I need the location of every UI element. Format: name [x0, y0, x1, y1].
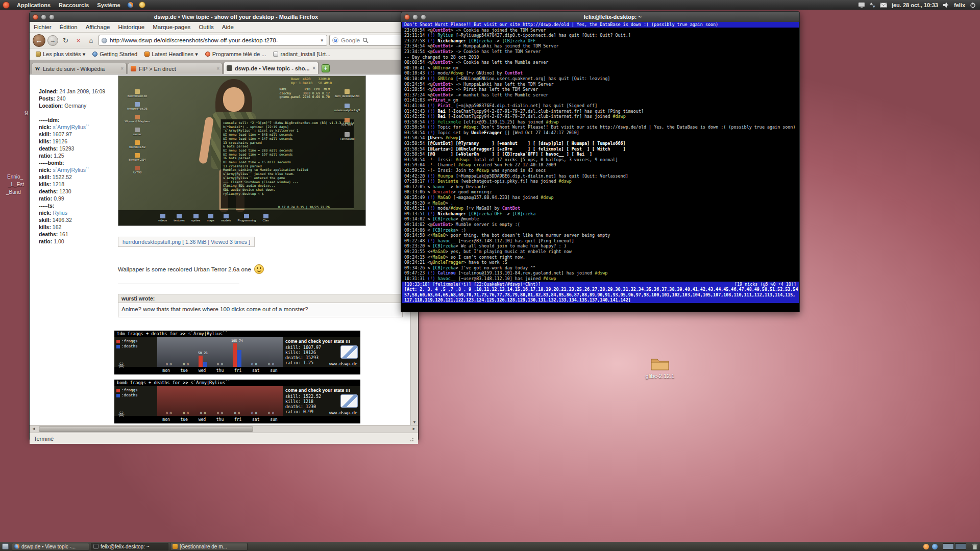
firefox-launcher-icon[interactable] — [127, 2, 134, 8]
bookmark-programme-tele[interactable]: Programme télé de ... — [202, 50, 270, 58]
scrollbar-thumb[interactable] — [39, 427, 253, 432]
close-button[interactable] — [33, 14, 38, 20]
help-launcher-icon[interactable] — [139, 2, 145, 8]
console-line: 6 bots parsed — [223, 144, 352, 148]
profile-row: Location: Germany — [39, 102, 116, 109]
taskbar-button-update-manager[interactable]: [Gestionnaire de m... — [170, 543, 248, 550]
mini-desktop-icon: com_desktop2.zip — [331, 89, 363, 97]
url-input[interactable]: http://www.dswp.de/old/screenshots/show-… — [99, 35, 327, 46]
new-tab-button[interactable]: + — [322, 64, 330, 72]
menu-historique[interactable]: Historique — [114, 23, 149, 31]
forward-button[interactable]: → — [47, 35, 58, 46]
url-dropdown-button[interactable]: ▾ — [320, 38, 324, 43]
menu-applications[interactable]: Applications — [13, 1, 55, 9]
dock-icon: sprites — [191, 214, 201, 222]
dock-icon: maps — [207, 214, 214, 222]
attachment-link[interactable]: hurrdurrdesktopstuff.png [ 1.36 MiB | Vi… — [118, 237, 255, 247]
close-tab-icon[interactable]: × — [216, 66, 219, 71]
bookmark-radiant-install[interactable]: radiant_install [Urt... — [270, 50, 333, 58]
display-icon[interactable] — [858, 2, 865, 8]
volume-icon[interactable] — [943, 2, 949, 8]
stop-button[interactable]: × — [73, 35, 84, 46]
scroll-right-icon[interactable]: ► — [410, 427, 418, 431]
scroll-down-icon[interactable]: ▼ — [411, 420, 418, 424]
menu-systeme[interactable]: Système — [93, 1, 124, 9]
minimize-button[interactable] — [41, 14, 46, 20]
taskbar-button-terminal[interactable]: felix@felix-desktop: ~ — [91, 543, 168, 550]
sync-arrows-icon[interactable] — [870, 2, 875, 8]
irc-line: 07:28:17 (!) Deviante [webchat@out-opis.… — [402, 179, 799, 184]
terminal-content[interactable]: Don't Shoot Wurst Please!! But visit our… — [402, 22, 799, 311]
desktop-icon-glibc[interactable]: glibc-2.12.1 — [641, 356, 679, 379]
profile-row: kills: 162 — [39, 223, 116, 231]
maximize-button[interactable] — [421, 14, 426, 20]
dock-icon: Programming — [237, 214, 256, 222]
close-button[interactable] — [404, 14, 410, 20]
search-engine-icon[interactable]: G — [332, 37, 338, 43]
mail-icon[interactable] — [880, 3, 887, 8]
menu-raccourcis[interactable]: Raccourcis — [55, 1, 93, 9]
bottom-taskbar: dswp.de • View topic -... felix@felix-de… — [0, 542, 980, 551]
clock[interactable]: jeu. 28 oct., 10:33 — [892, 2, 938, 8]
site-favicon — [102, 38, 107, 43]
menu-affichage[interactable]: Affichage — [82, 23, 114, 31]
console-line: UI menu load time = 15 mill seconds — [223, 160, 352, 164]
document-icon — [273, 52, 278, 57]
workspace-2[interactable] — [955, 543, 966, 549]
irc-line: 09:14:02 <@CuntBot> Mumble server is emp… — [402, 222, 799, 228]
irc-line: 01:41:04 (!) Pirat_ [~mjk@p508376F4.dip.… — [402, 103, 799, 109]
menu-marque-pages[interactable]: Marque-pages — [149, 23, 194, 31]
irc-statusbar: [10:33:18] [felixmole(+i)] [22:QuakeNet/… — [402, 282, 799, 287]
tab-fip[interactable]: FIP > En direct × — [128, 63, 223, 74]
show-desktop-button[interactable] — [2, 543, 9, 549]
taskbar-tray — [923, 543, 978, 550]
irc-line: 09:24:15 <+MaGaO> so I can't connect rig… — [402, 255, 799, 260]
tab-dswp-active[interactable]: dswp.de • View topic - sho... × — [224, 62, 318, 74]
dock-icon: models — [221, 214, 231, 222]
menu-aide[interactable]: Aide — [218, 23, 238, 31]
bar-value-label: 0 0 — [268, 362, 274, 366]
maximize-button[interactable] — [49, 14, 55, 20]
close-tab-icon[interactable]: × — [312, 65, 315, 71]
irc-line: 03:58:54 [@Q ] [+VolerOn ] [ [CB]rzeka`O… — [402, 152, 799, 157]
bookmark-getting-started[interactable]: Getting Started — [89, 50, 140, 58]
power-icon[interactable] — [970, 2, 976, 8]
fip-favicon — [131, 66, 136, 71]
refresh-button[interactable]: ↻ — [60, 35, 71, 46]
activity-line: 57,58,60,63,64,65,68,69,70,71,73,76,77,7… — [402, 292, 799, 298]
home-button[interactable]: ⌂ — [86, 35, 96, 46]
menu-outils[interactable]: Outils — [194, 23, 217, 31]
taskbar-button-firefox[interactable]: dswp.de • View topic -... — [12, 543, 89, 550]
menu-fichier[interactable]: Fichier — [30, 23, 56, 31]
tab-wikipedia[interactable]: W Liste de suivi - Wikipédia × — [32, 63, 127, 74]
close-tab-icon[interactable]: × — [120, 66, 124, 71]
scroll-left-icon[interactable]: ◄ — [30, 427, 37, 431]
irc-line: 08:12:05 < havoc__> hey Deviante — [402, 184, 799, 190]
banner-cta: come and check your stats !!! — [285, 388, 358, 393]
axis-day-label: fri — [234, 368, 241, 373]
stats-banner: bomb fraggs + deaths for >> s`Army|Ryliu… — [114, 380, 360, 423]
conky-process-list: NAME PID CPU MEMclocky 3083 0.69 0.17gno… — [279, 87, 330, 99]
session-user-name[interactable]: felix — [954, 2, 965, 8]
workspace-switcher[interactable] — [943, 543, 966, 549]
resize-grip[interactable] — [408, 436, 414, 442]
banner-axis: montuewedthufrisatsun — [114, 367, 360, 374]
tray-blue-icon[interactable] — [932, 544, 938, 549]
terminal-titlebar[interactable]: felix@felix-desktop: ~ — [401, 12, 799, 22]
firefox-menubar: Fichier Édition Affichage Historique Mar… — [30, 22, 418, 33]
distro-menu-icon[interactable] — [3, 2, 10, 9]
magnifier-icon[interactable] — [362, 37, 369, 43]
firefox-titlebar[interactable]: dswp.de • View topic - show off your des… — [30, 12, 418, 22]
horizontal-scrollbar[interactable]: ◄ ► — [30, 425, 418, 433]
minimize-button[interactable] — [412, 14, 418, 20]
bookmark-latest-headlines[interactable]: Latest Headlines ▾ — [141, 50, 201, 59]
mini-desktop-icon: mission-alpha.log3 — [331, 104, 363, 112]
trash-icon[interactable] — [972, 543, 978, 550]
irc-prompt[interactable]: [#dswp] — [402, 303, 799, 309]
menu-edition[interactable]: Édition — [56, 23, 82, 31]
tray-orange-icon[interactable] — [923, 544, 929, 549]
irc-activity-lines: [Act: 2, 3, 4 ,5 ,7 ,8 , 9 ,10,11,12,13,… — [402, 287, 799, 303]
workspace-1[interactable] — [943, 543, 954, 549]
bookmark-most-visited[interactable]: Les plus visités ▾ — [33, 50, 88, 59]
back-button[interactable]: ← — [33, 34, 45, 47]
